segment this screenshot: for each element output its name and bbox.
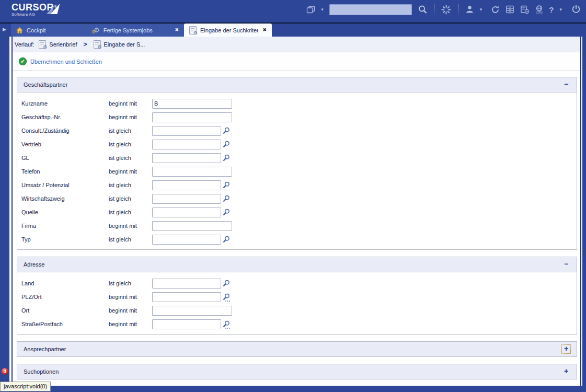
field-input[interactable]: [152, 306, 232, 316]
lookup-search-icon[interactable]: [223, 141, 230, 148]
field-input[interactable]: [152, 207, 221, 217]
lookup-search-icon[interactable]: [223, 293, 230, 301]
field-input[interactable]: [152, 112, 232, 122]
windows-stack-icon[interactable]: [306, 6, 315, 14]
panel-header[interactable]: Adresse −: [17, 257, 577, 272]
spinner-icon[interactable]: [441, 5, 451, 15]
lookup-search-icon[interactable]: [223, 154, 230, 162]
field-input[interactable]: [152, 167, 232, 177]
breadcrumb-item-label: Serienbrief: [49, 41, 77, 48]
gear-icon: ⚙⚙: [94, 27, 100, 33]
panel-body: Land ist gleich PLZ/Ort beginnt mit Ort …: [17, 272, 577, 334]
check-icon: ✔: [19, 57, 27, 65]
lookup-search-icon[interactable]: [223, 236, 230, 243]
action-toolbar: ✔ Übernehmen und Schließen: [13, 52, 580, 71]
panel-geschaeftspartner: Geschäftspartner − Kurzname beginnt mit …: [17, 77, 577, 250]
lookup-search-icon[interactable]: [223, 320, 230, 328]
form-row: Typ ist gleich: [21, 233, 577, 246]
tab-fertige-systemjobs[interactable]: ⚙⚙ Fertige Systemjobs ✖: [88, 24, 184, 37]
expand-button[interactable]: +: [562, 345, 570, 353]
document-edit-icon[interactable]: [520, 5, 530, 14]
panel-header[interactable]: Suchoptionen +: [17, 364, 577, 379]
field-label: Typ: [21, 236, 109, 243]
application-window: CURSOR® Software AG ▾: [0, 0, 586, 392]
panel-title: Ansprechpartner: [24, 346, 66, 352]
divider: [434, 4, 434, 15]
form-row: Umsatz / Potenzial ist gleich: [21, 178, 577, 192]
chevron-right-icon: >: [84, 41, 87, 48]
field-operator: ist gleich: [109, 280, 152, 286]
field-input[interactable]: [152, 126, 221, 136]
lookup-search-icon[interactable]: [223, 181, 230, 189]
collapse-button[interactable]: −: [562, 260, 570, 269]
field-input[interactable]: [152, 140, 221, 149]
tab-strip: ▶ Cockpit ⚙⚙ Fertige Systemjobs ✖ ⚙ Eing…: [0, 22, 586, 37]
field-input[interactable]: [152, 180, 221, 190]
lookup-search-icon[interactable]: [223, 195, 230, 202]
form-row: Quelle ist gleich: [21, 205, 577, 219]
divider: [458, 4, 458, 15]
form-row: Ort beginnt mit: [21, 304, 577, 317]
field-operator: ist gleich: [109, 209, 152, 215]
field-input[interactable]: [152, 221, 232, 231]
field-input[interactable]: [152, 279, 221, 289]
tab-label: Eingabe der Suchkriteri...: [200, 27, 258, 33]
archive-icon[interactable]: [505, 5, 514, 14]
help-icon[interactable]: ?: [549, 6, 554, 14]
field-label: Vertrieb: [21, 141, 109, 147]
close-icon[interactable]: ✖: [170, 28, 179, 32]
status-link-hint: javascript:void(0): [0, 382, 51, 391]
lookup-search-icon[interactable]: [223, 209, 230, 216]
breadcrumb-item-serienbrief[interactable]: ⚙ Serienbrief: [39, 40, 77, 49]
apply-and-close-label: Übernehmen und Schließen: [30, 59, 102, 65]
lookup-search-icon[interactable]: [223, 127, 230, 134]
field-operator: beginnt mit: [109, 307, 152, 314]
caret-down-icon[interactable]: ▾: [321, 7, 324, 12]
close-icon[interactable]: ✖: [258, 28, 267, 32]
field-label: Consult./Zuständig: [21, 128, 109, 134]
breadcrumb-item-eingabe[interactable]: ⚙ Eingabe der S...: [94, 40, 145, 49]
field-label: Firma: [21, 223, 109, 229]
search-icon[interactable]: [418, 5, 427, 14]
notification-badge[interactable]: 3: [2, 368, 8, 375]
global-search-input[interactable]: [329, 4, 412, 15]
expand-button[interactable]: +: [562, 367, 570, 376]
field-input[interactable]: [152, 194, 221, 204]
field-input[interactable]: [152, 99, 232, 109]
field-input[interactable]: [152, 319, 221, 329]
form-row: Vertrieb ist gleich: [21, 137, 577, 151]
document-gear-icon: ⚙: [189, 26, 197, 34]
refresh-icon[interactable]: [491, 5, 500, 14]
collapse-button[interactable]: −: [562, 80, 570, 89]
app-header: CURSOR® Software AG ▾: [0, 0, 586, 22]
form-row: GL ist gleich: [21, 151, 577, 165]
field-label: Umsatz / Potenzial: [21, 182, 109, 188]
apply-and-close-button[interactable]: ✔ Übernehmen und Schließen: [19, 57, 102, 65]
caret-down-icon[interactable]: ▾: [480, 7, 482, 12]
panel-header[interactable]: Geschäftspartner −: [17, 77, 577, 93]
field-operator: beginnt mit: [109, 100, 152, 107]
tab-cockpit[interactable]: Cockpit: [11, 24, 88, 37]
globe-crm-icon[interactable]: CRM: [535, 5, 543, 14]
user-icon[interactable]: [465, 5, 474, 14]
field-input[interactable]: [152, 235, 221, 245]
field-operator: ist gleich: [109, 182, 152, 188]
breadcrumb-item-label: Eingabe der S...: [104, 41, 145, 48]
panel-header[interactable]: Ansprechpartner +: [17, 342, 577, 356]
power-icon[interactable]: [571, 5, 581, 14]
lookup-search-icon[interactable]: [223, 280, 230, 287]
panel-title: Suchoptionen: [24, 368, 59, 375]
field-input[interactable]: [152, 292, 221, 302]
field-input[interactable]: [152, 153, 221, 163]
caret-down-icon[interactable]: ▾: [559, 7, 562, 12]
tab-overflow-arrow-icon[interactable]: ▶: [3, 27, 6, 32]
panel-list: Geschäftspartner − Kurzname beginnt mit …: [13, 71, 580, 379]
field-operator: beginnt mit: [109, 321, 152, 327]
panel-ansprechpartner: Ansprechpartner +: [17, 341, 577, 357]
breadcrumb: Verlauf: ⚙ Serienbrief > ⚙ Eingabe der S…: [13, 37, 580, 52]
field-label: PLZ/Ort: [21, 294, 109, 300]
field-operator: ist gleich: [109, 195, 152, 202]
panel-adresse: Adresse − Land ist gleich PLZ/Ort beginn…: [17, 257, 577, 335]
tab-eingabe-der-suchkriterien[interactable]: ⚙ Eingabe der Suchkriteri... ✖: [184, 24, 272, 37]
field-label: Geschäftsp.-Nr.: [21, 114, 109, 120]
